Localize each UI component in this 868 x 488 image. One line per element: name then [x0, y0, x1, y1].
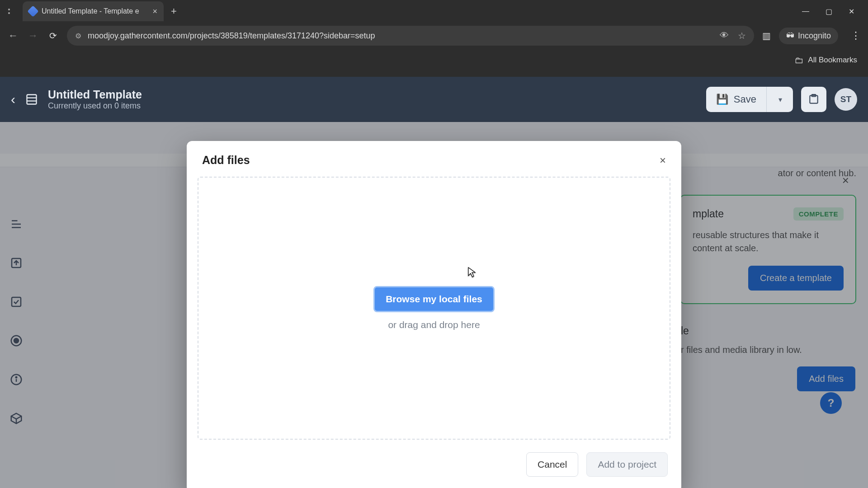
maximize-icon[interactable]: ▢ — [826, 7, 832, 16]
star-icon[interactable]: ☆ — [738, 30, 746, 41]
close-tab-icon[interactable]: × — [152, 7, 157, 16]
incognito-label: Incognito — [798, 31, 831, 41]
add-files-modal: Add files × Browse my local files or dra… — [187, 141, 681, 488]
template-title: Untitled Template — [48, 88, 142, 101]
app-root: ‹ Untitled Template Currently used on 0 … — [0, 77, 868, 488]
add-to-project-button[interactable]: Add to project — [586, 452, 668, 477]
close-window-icon[interactable]: ✕ — [849, 7, 854, 16]
reload-icon[interactable]: ⟳ — [47, 30, 59, 41]
user-avatar[interactable]: ST — [835, 88, 857, 111]
back-icon[interactable]: ← — [7, 30, 19, 42]
forward-icon: → — [27, 30, 39, 42]
app-body: × ator or content hub. mplate COMPLETE r… — [0, 122, 868, 488]
incognito-icon: 🕶 — [786, 31, 794, 41]
all-bookmarks-link[interactable]: All Bookmarks — [808, 56, 857, 65]
window-controls: — ▢ ✕ — [802, 7, 864, 16]
browser-chrome: Untitled Template - Template e × + — ▢ ✕… — [0, 0, 868, 77]
side-panel-icon[interactable]: ▥ — [762, 30, 771, 41]
modal-overlay[interactable]: Add files × Browse my local files or dra… — [0, 122, 868, 488]
favicon-icon — [27, 5, 38, 17]
folder-icon: 🗀 — [794, 55, 803, 66]
tab-list-icon[interactable] — [4, 0, 14, 23]
browse-files-button[interactable]: Browse my local files — [373, 286, 495, 312]
drop-zone[interactable]: Browse my local files or drag and drop h… — [198, 177, 670, 440]
template-icon — [25, 93, 38, 106]
address-bar: ← → ⟳ ⚙ moodjoy.gathercontent.com/projec… — [0, 23, 868, 49]
template-subtitle: Currently used on 0 items — [48, 101, 142, 111]
app-header: ‹ Untitled Template Currently used on 0 … — [0, 77, 868, 122]
app-back-icon[interactable]: ‹ — [11, 92, 15, 107]
template-heading: Untitled Template Currently used on 0 it… — [48, 88, 142, 111]
save-button[interactable]: 💾 Save ▾ — [706, 87, 793, 112]
url-text: moodjoy.gathercontent.com/projects/38581… — [88, 31, 713, 41]
eye-off-icon[interactable]: 👁 — [720, 30, 729, 41]
bookmarks-bar: 🗀 All Bookmarks — [0, 49, 868, 71]
minimize-icon[interactable]: — — [802, 7, 809, 16]
browser-tab[interactable]: Untitled Template - Template e × — [23, 1, 164, 21]
tab-title: Untitled Template - Template e — [42, 7, 148, 15]
svg-rect-0 — [27, 95, 37, 104]
drag-hint: or drag and drop here — [388, 319, 480, 330]
save-icon: 💾 — [716, 94, 728, 105]
save-label: Save — [734, 94, 756, 105]
modal-title: Add files — [202, 154, 250, 167]
new-tab-button[interactable]: + — [171, 5, 177, 17]
chevron-down-icon[interactable]: ▾ — [772, 95, 788, 104]
incognito-badge[interactable]: 🕶 Incognito — [779, 28, 838, 44]
close-modal-icon[interactable]: × — [660, 154, 666, 167]
tab-bar: Untitled Template - Template e × + — ▢ ✕ — [0, 0, 868, 23]
site-settings-icon[interactable]: ⚙ — [75, 32, 81, 40]
url-field[interactable]: ⚙ moodjoy.gathercontent.com/projects/385… — [67, 26, 754, 46]
cancel-button[interactable]: Cancel — [526, 452, 578, 477]
secondary-action-button[interactable] — [801, 87, 826, 112]
browser-menu-icon[interactable]: ⋮ — [851, 30, 861, 42]
